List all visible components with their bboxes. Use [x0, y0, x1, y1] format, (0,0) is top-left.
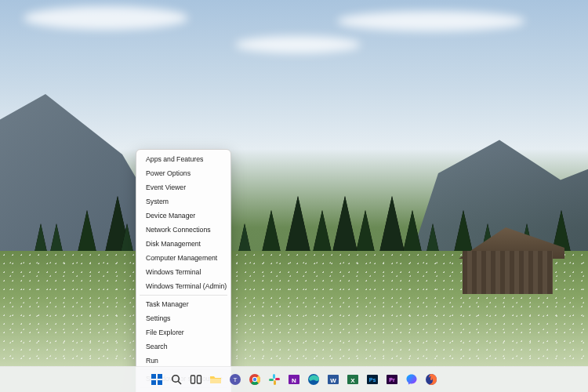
onenote-icon[interactable]: N — [287, 372, 301, 387]
svg-rect-18 — [274, 380, 276, 385]
svg-text:Pr: Pr — [389, 377, 395, 383]
taskbar: TNWXPsPr — [0, 366, 588, 392]
wallpaper-barn — [447, 227, 557, 294]
svg-text:Ps: Ps — [369, 377, 376, 383]
menu-item-apps-and-features[interactable]: Apps and Features — [136, 152, 230, 166]
wallpaper-cloud — [24, 6, 188, 30]
svg-text:N: N — [292, 377, 296, 384]
menu-item-settings[interactable]: Settings — [136, 311, 230, 325]
menu-item-computer-management[interactable]: Computer Management — [136, 251, 230, 265]
menu-item-search[interactable]: Search — [136, 339, 230, 354]
svg-rect-0 — [151, 374, 156, 379]
svg-rect-19 — [275, 378, 280, 380]
svg-text:W: W — [330, 377, 336, 384]
premiere-icon[interactable]: Pr — [385, 372, 399, 387]
wallpaper-cloud — [235, 36, 361, 53]
teams-icon[interactable]: T — [228, 372, 242, 387]
menu-item-device-manager[interactable]: Device Manager — [136, 209, 230, 223]
menu-item-event-viewer[interactable]: Event Viewer — [136, 180, 230, 194]
desktop[interactable]: Apps and FeaturesPower OptionsEvent View… — [0, 0, 588, 392]
svg-point-4 — [172, 376, 180, 383]
menu-item-system[interactable]: System — [136, 194, 230, 209]
svg-rect-2 — [151, 380, 156, 385]
menu-item-disk-management[interactable]: Disk Management — [136, 237, 230, 251]
firefox-icon[interactable] — [424, 372, 438, 387]
svg-point-15 — [253, 378, 256, 381]
start-icon[interactable] — [150, 372, 164, 387]
edge-icon[interactable] — [307, 372, 321, 387]
excel-icon[interactable]: X — [346, 372, 360, 387]
menu-item-windows-terminal-admin[interactable]: Windows Terminal (Admin) — [136, 279, 230, 293]
slack-icon[interactable] — [267, 372, 281, 387]
file-explorer-icon[interactable] — [209, 372, 223, 387]
word-icon[interactable]: W — [326, 372, 340, 387]
menu-item-file-explorer[interactable]: File Explorer — [136, 325, 230, 339]
search-icon[interactable] — [169, 372, 183, 387]
menu-item-network-connections[interactable]: Network Connections — [136, 223, 230, 237]
menu-item-task-manager[interactable]: Task Manager — [136, 297, 230, 311]
photoshop-icon[interactable]: Ps — [365, 372, 379, 387]
svg-rect-8 — [210, 379, 221, 383]
menu-item-power-options[interactable]: Power Options — [136, 166, 230, 180]
task-view-icon[interactable] — [189, 372, 203, 387]
winx-context-menu: Apps and FeaturesPower OptionsEvent View… — [136, 149, 231, 392]
messenger-icon[interactable] — [405, 372, 419, 387]
svg-line-5 — [178, 381, 181, 384]
svg-rect-6 — [191, 376, 195, 383]
svg-text:T: T — [234, 376, 238, 383]
svg-text:X: X — [350, 377, 355, 384]
svg-rect-7 — [198, 376, 201, 383]
menu-item-windows-terminal[interactable]: Windows Terminal — [136, 265, 230, 279]
svg-rect-17 — [269, 379, 274, 381]
wallpaper-cloud — [337, 11, 525, 31]
svg-rect-3 — [158, 380, 162, 385]
svg-rect-1 — [158, 374, 162, 379]
svg-rect-16 — [273, 374, 275, 379]
chrome-icon[interactable] — [248, 372, 262, 387]
